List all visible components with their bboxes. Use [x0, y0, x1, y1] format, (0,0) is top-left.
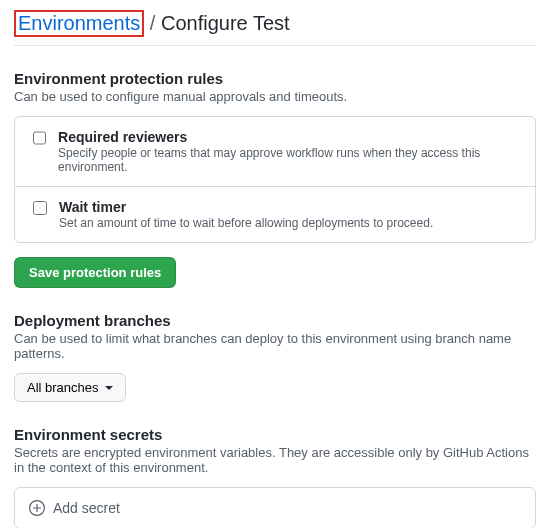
- protection-title: Environment protection rules: [14, 70, 536, 87]
- branches-dropdown[interactable]: All branches: [14, 373, 126, 402]
- deployment-branches-section: Deployment branches Can be used to limit…: [14, 312, 536, 402]
- branches-selected: All branches: [27, 380, 99, 395]
- rule-required-reviewers: Required reviewers Specify people or tea…: [15, 117, 535, 186]
- breadcrumb-separator: /: [150, 12, 156, 34]
- plus-circle-icon: [29, 500, 45, 516]
- add-secret-button[interactable]: Add secret: [14, 487, 536, 528]
- breadcrumb: Environments / Configure Test: [14, 10, 536, 46]
- save-protection-rules-button[interactable]: Save protection rules: [14, 257, 176, 288]
- protection-rules-section: Environment protection rules Can be used…: [14, 70, 536, 288]
- rule-wait-timer: Wait timer Set an amount of time to wait…: [15, 186, 535, 242]
- protection-desc: Can be used to configure manual approval…: [14, 89, 536, 104]
- environment-secrets-section: Environment secrets Secrets are encrypte…: [14, 426, 536, 528]
- required-reviewers-label: Required reviewers: [58, 129, 521, 145]
- branches-desc: Can be used to limit what branches can d…: [14, 331, 536, 361]
- breadcrumb-current: Configure Test: [161, 12, 290, 34]
- secrets-desc: Secrets are encrypted environment variab…: [14, 445, 536, 475]
- protection-rules-box: Required reviewers Specify people or tea…: [14, 116, 536, 243]
- breadcrumb-highlight: Environments: [14, 10, 144, 37]
- wait-timer-desc: Set an amount of time to wait before all…: [59, 216, 433, 230]
- required-reviewers-desc: Specify people or teams that may approve…: [58, 146, 521, 174]
- breadcrumb-environments-link[interactable]: Environments: [18, 12, 140, 34]
- secrets-title: Environment secrets: [14, 426, 536, 443]
- add-secret-label: Add secret: [53, 500, 120, 516]
- required-reviewers-checkbox[interactable]: [33, 131, 46, 145]
- chevron-down-icon: [105, 386, 113, 390]
- wait-timer-checkbox[interactable]: [33, 201, 47, 215]
- branches-title: Deployment branches: [14, 312, 536, 329]
- wait-timer-label: Wait timer: [59, 199, 433, 215]
